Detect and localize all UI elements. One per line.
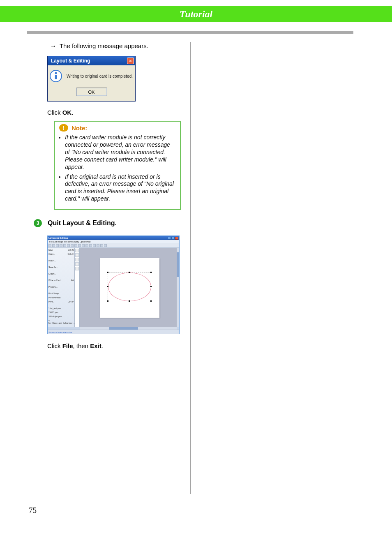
close-icon[interactable]	[175, 237, 178, 240]
selection-handle[interactable]	[107, 286, 108, 287]
tool-icon[interactable]	[75, 262, 79, 266]
ellipse-shape[interactable]	[108, 272, 151, 301]
note-title: Note:	[71, 125, 87, 132]
toolbar-icon[interactable]	[60, 244, 62, 247]
file-bold: File	[62, 342, 73, 349]
note-bullet: If the card writer module is not correct…	[65, 134, 176, 171]
page-header: Tutorial	[0, 6, 392, 22]
toolbar-icon[interactable]	[85, 244, 88, 247]
minimize-icon[interactable]	[168, 237, 171, 240]
toolbar-icon[interactable]	[71, 244, 74, 247]
exit-bold: Exit	[90, 342, 101, 349]
toolbar-icon[interactable]	[56, 244, 59, 247]
svg-point-1	[55, 72, 57, 74]
note-list: If the card writer module is not correct…	[59, 134, 176, 203]
shot-body: NewCtrl+N Open...Ctrl+O Import... Save A…	[48, 248, 179, 327]
ok-button[interactable]: OK	[76, 88, 107, 96]
tool-icon[interactable]	[75, 253, 79, 257]
dialog-footer: OK	[48, 84, 135, 101]
tool-icon[interactable]	[75, 267, 79, 270]
design-page	[100, 258, 159, 318]
ok-bold: OK	[62, 109, 72, 116]
window-buttons	[168, 237, 178, 240]
text: , then	[73, 342, 90, 349]
svg-rect-2	[55, 75, 57, 79]
toolbar-icon[interactable]	[82, 244, 85, 247]
app-screenshot: Layout & Editing File Edit Image Text Se…	[47, 235, 180, 334]
scrollbar-thumb[interactable]	[177, 252, 179, 277]
selection-handle[interactable]	[129, 272, 130, 273]
toolbar-icon[interactable]	[89, 244, 92, 247]
header-title: Tutorial	[180, 9, 212, 20]
page-number: 75	[29, 506, 37, 515]
dialog-window: Layout & Editing × Writing to original c…	[47, 56, 136, 102]
selection-handle[interactable]	[150, 286, 152, 287]
selection-handle[interactable]	[150, 300, 152, 302]
column-divider	[190, 42, 191, 494]
shot-title: Layout & Editing	[48, 237, 68, 239]
dialog-body: Writing to original card is completed.	[48, 65, 135, 84]
dialog-title: Layout & Editing	[51, 58, 90, 64]
toolbar-icon[interactable]	[97, 244, 99, 247]
maximize-icon[interactable]	[171, 237, 175, 240]
text: Click	[47, 109, 62, 116]
dialog-titlebar: Layout & Editing ×	[48, 56, 135, 65]
warning-icon: !	[59, 124, 68, 132]
toolbar-icon[interactable]	[67, 244, 70, 247]
close-icon[interactable]: ×	[127, 58, 134, 64]
selection-handle[interactable]	[107, 300, 108, 302]
toolbar-icon[interactable]	[48, 244, 51, 247]
step-title: Quit Layout & Editing.	[48, 219, 117, 227]
selection-handle[interactable]	[150, 272, 152, 273]
text: .	[101, 342, 103, 349]
toolbar-icon[interactable]	[93, 244, 96, 247]
intro-line: → The following message appears.	[50, 42, 182, 49]
status-text: Shows or hides status bar	[48, 331, 72, 334]
dialog-screenshot: Layout & Editing × Writing to original c…	[47, 56, 182, 102]
info-icon	[49, 69, 62, 83]
file-menu-panel: NewCtrl+N Open...Ctrl+O Import... Save A…	[48, 248, 75, 327]
selection-handle[interactable]	[107, 272, 108, 273]
toolbar-icon[interactable]	[100, 244, 103, 247]
toolbar-icon[interactable]	[74, 244, 77, 247]
tool-palette	[75, 248, 80, 327]
toolbar-icon[interactable]	[104, 244, 107, 247]
footer-rule	[41, 511, 363, 511]
click-ok-line: Click OK.	[47, 109, 182, 116]
toolbar-icon[interactable]	[52, 244, 55, 247]
shot-menubar[interactable]: File Edit Image Text Sew Display Option …	[48, 240, 179, 243]
step-3: 3 Quit Layout & Editing.	[34, 219, 182, 227]
tool-icon[interactable]	[75, 258, 79, 261]
toolbar-icon[interactable]	[78, 244, 81, 247]
horizontal-rule	[27, 31, 353, 34]
arrow-icon: →	[50, 42, 56, 49]
note-header: ! Note:	[59, 124, 176, 132]
dialog-message: Writing to original card is completed.	[67, 74, 134, 78]
text: .	[71, 109, 73, 116]
note-bullet: If the original card is not inserted or …	[65, 173, 176, 203]
text: Click	[47, 342, 62, 349]
step-number-badge: 3	[34, 219, 42, 227]
tool-icon[interactable]	[75, 249, 79, 252]
shot-titlebar: Layout & Editing	[48, 236, 179, 240]
canvas-area[interactable]	[80, 248, 179, 327]
click-file-line: Click File, then Exit.	[47, 342, 182, 349]
intro-text: The following message appears.	[60, 42, 148, 49]
selection-handle[interactable]	[129, 300, 130, 302]
toolbar-icon[interactable]	[63, 244, 66, 247]
note-box: ! Note: If the card writer module is not…	[54, 121, 181, 210]
shot-toolbar	[48, 243, 179, 248]
left-column: → The following message appears. Layout …	[34, 42, 182, 349]
